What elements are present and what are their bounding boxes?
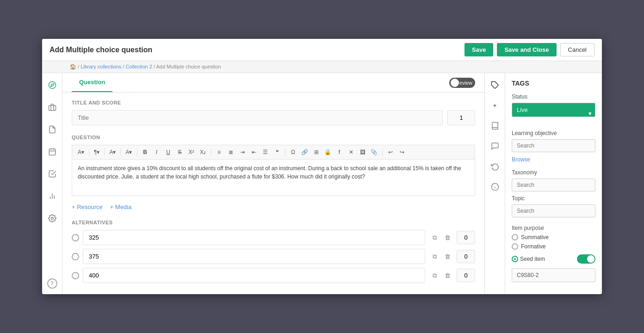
toolbar-undo[interactable]: ↩ <box>385 147 396 157</box>
right-icon-tag[interactable] <box>489 79 502 92</box>
toolbar-ol[interactable]: ≣ <box>226 147 236 157</box>
toolbar-align[interactable]: ☰ <box>260 147 271 157</box>
breadcrumb-collection[interactable]: Collection 2 <box>125 64 152 69</box>
right-icon-info[interactable] <box>489 180 502 193</box>
toolbar-underline[interactable]: U <box>163 147 173 157</box>
browse-link[interactable]: Browse <box>512 156 530 163</box>
media-button[interactable]: + Media <box>110 204 132 210</box>
alt-copy-1[interactable]: ⧉ <box>429 251 440 262</box>
sep6 <box>285 148 285 156</box>
help-icon[interactable]: ? <box>47 278 57 289</box>
title-input[interactable] <box>72 110 443 125</box>
alt-actions-0: ⧉ 🗑 <box>429 232 453 243</box>
sidebar-icon-document[interactable] <box>46 123 59 136</box>
resource-button[interactable]: + Resource <box>72 204 103 210</box>
toolbar-image[interactable]: 🖼 <box>358 147 368 157</box>
alt-score-1[interactable] <box>457 250 475 263</box>
seed-id-input[interactable] <box>512 268 595 282</box>
title-score-section-label: TITLE AND SCORE <box>72 100 475 105</box>
toolbar-redo[interactable]: ↪ <box>397 147 407 157</box>
alt-copy-2[interactable]: ⧉ <box>429 270 440 281</box>
toolbar-italic[interactable]: I <box>152 147 162 157</box>
alt-score-2[interactable] <box>457 269 475 282</box>
sidebar-icon-settings[interactable] <box>46 212 59 225</box>
breadcrumb-home[interactable]: 🏠 <box>70 64 76 69</box>
sidebar-icon-checklist[interactable] <box>46 167 59 180</box>
alt-input-2[interactable] <box>83 268 425 283</box>
taxonomy-search[interactable] <box>512 179 595 191</box>
alt-delete-0[interactable]: 🗑 <box>442 232 453 243</box>
toolbar-indent[interactable]: ⇥ <box>237 147 248 157</box>
seed-toggle-knob <box>587 255 594 263</box>
title-score-row <box>72 110 475 125</box>
editor-toolbar: A▾ ¶▾ A▾ A▾ B I U S X² X₂ <box>72 145 475 159</box>
toolbar-bold[interactable]: B <box>140 147 150 157</box>
toolbar-lock[interactable]: 🔒 <box>323 147 333 157</box>
sep5 <box>211 148 211 156</box>
toolbar-font-size[interactable]: A▾ <box>107 148 118 156</box>
svg-marker-1 <box>50 84 53 86</box>
seed-item-text: Seed item <box>520 256 545 262</box>
topic-label: Topic <box>512 195 595 202</box>
score-input[interactable] <box>447 110 475 125</box>
toolbar-ul[interactable]: ≡ <box>214 147 224 157</box>
alt-radio-1[interactable] <box>72 253 79 260</box>
seed-toggle[interactable] <box>577 254 595 264</box>
formative-radio[interactable] <box>512 243 518 250</box>
alt-delete-1[interactable]: 🗑 <box>442 251 453 262</box>
status-select[interactable]: Live Draft Review <box>512 103 595 117</box>
toolbar-link[interactable]: 🔗 <box>300 147 310 157</box>
right-icon-chat[interactable] <box>489 140 502 153</box>
question-editor-body[interactable]: An instrument store gives a 10% discount… <box>72 159 475 196</box>
sidebar-icon-chart[interactable] <box>46 190 59 203</box>
toolbar-outdent[interactable]: ⇤ <box>249 147 259 157</box>
right-icon-history[interactable] <box>489 160 502 173</box>
alt-score-0[interactable] <box>457 231 475 244</box>
sidebar-icon-compass[interactable] <box>46 79 59 92</box>
summative-option[interactable]: Summative <box>512 234 595 240</box>
toolbar-special-char[interactable]: Ω <box>288 147 298 157</box>
svg-rect-3 <box>49 149 56 155</box>
toggle-label: Preview <box>454 80 472 86</box>
alt-delete-2[interactable]: 🗑 <box>442 270 453 281</box>
toolbar-table[interactable]: ⊞ <box>311 147 322 157</box>
toolbar-format[interactable]: ¶▾ <box>92 148 101 156</box>
toolbar-strikethrough[interactable]: S <box>175 147 185 157</box>
question-section-label: QUESTION <box>72 135 475 140</box>
alternatives-section-label: ALTERNATIVES <box>72 220 475 225</box>
status-label: Status <box>512 93 595 100</box>
toolbar-color[interactable]: A▾ <box>124 148 134 156</box>
item-purpose-label: Item purpose <box>512 225 595 231</box>
toolbar-font[interactable]: A▾ <box>76 148 86 156</box>
alt-input-1[interactable] <box>83 249 425 264</box>
right-icon-book[interactable] <box>489 119 502 132</box>
save-button[interactable]: Save <box>464 43 493 56</box>
breadcrumb-library[interactable]: Library collections <box>80 64 121 69</box>
alt-copy-0[interactable]: ⧉ <box>429 232 440 243</box>
right-icon-sparkle[interactable]: ✦ <box>489 99 502 112</box>
formative-option[interactable]: Formative <box>512 243 595 250</box>
alt-radio-0[interactable] <box>72 234 79 241</box>
toolbar-subscript[interactable]: X₂ <box>198 147 208 157</box>
preview-toggle[interactable]: Preview <box>449 78 475 88</box>
alternatives-section: ALTERNATIVES ⧉ 🗑 ⧉ <box>72 220 475 283</box>
toolbar-formula[interactable]: f <box>334 147 345 157</box>
preview-switch[interactable]: Preview <box>449 78 475 88</box>
toolbar-attachment[interactable]: 📎 <box>369 147 379 157</box>
toolbar-strikeout[interactable]: ✕ <box>346 147 356 157</box>
toolbar-superscript[interactable]: X² <box>186 147 197 157</box>
topic-search[interactable] <box>512 204 595 217</box>
save-close-button[interactable]: Save and Close <box>497 43 556 56</box>
summative-radio[interactable] <box>512 234 518 240</box>
tab-question[interactable]: Question <box>72 73 112 92</box>
cancel-button[interactable]: Cancel <box>560 43 594 56</box>
learning-objective-search[interactable] <box>512 139 595 152</box>
header-buttons: Save Save and Close Cancel <box>464 43 594 56</box>
toolbar-blockquote[interactable]: ❝ <box>272 147 282 157</box>
alt-input-0[interactable] <box>83 230 425 245</box>
sep7 <box>382 148 383 156</box>
status-select-wrapper: Live Draft Review <box>512 103 595 123</box>
alt-radio-2[interactable] <box>72 272 79 279</box>
sidebar-icon-calendar[interactable] <box>46 145 59 158</box>
sidebar-icon-bank[interactable] <box>46 101 59 114</box>
